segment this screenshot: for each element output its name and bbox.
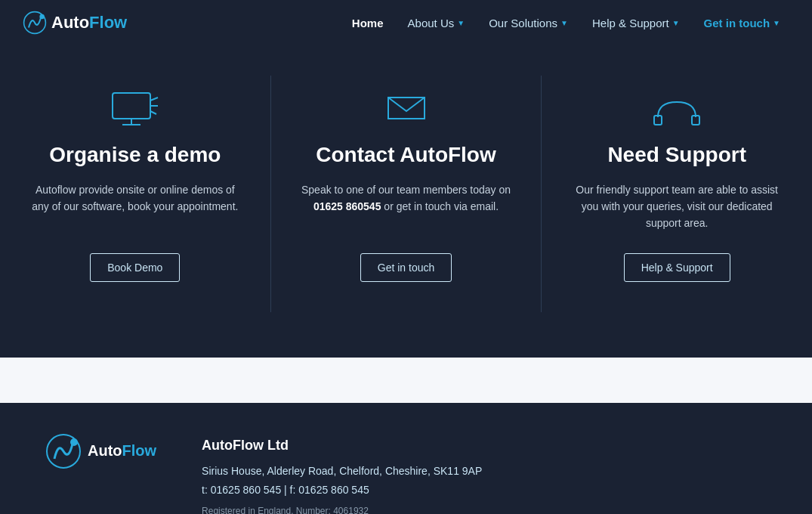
get-in-touch-button[interactable]: Get in touch [360,253,452,282]
cards-section: Organise a demo Autoflow provide onsite … [0,45,812,358]
nav-solutions[interactable]: Our Solutions ▼ [480,11,577,36]
middle-section [0,358,812,403]
contact-card: Contact AutoFlow Speak to one of our tea… [271,76,542,312]
book-demo-button[interactable]: Book Demo [90,253,180,282]
footer-info: AutoFlow Ltd Sirius House, Alderley Road… [202,433,482,514]
monitor-svg [109,91,162,128]
navigation: AutoFlow Home About Us ▼ Our Solutions ▼… [0,0,812,45]
contact-card-title: Contact AutoFlow [316,142,496,168]
svg-point-11 [70,438,78,446]
support-icon [650,91,703,128]
chevron-down-icon: ▼ [457,19,465,27]
footer-logo-flow: Flow [122,442,157,459]
logo-icon [23,11,47,35]
demo-card-title: Organise a demo [49,142,221,168]
chevron-down-icon: ▼ [560,19,568,27]
contact-svg [382,91,431,128]
demo-card-desc: Autoflow provide onsite or online demos … [30,181,240,232]
contact-card-desc: Speak to one of our team members today o… [301,181,511,232]
chevron-down-icon: ▼ [773,19,780,27]
nav-home[interactable]: Home [343,11,393,36]
logo-flow-text: Flow [89,13,127,32]
support-card-desc: Our friendly support team are able to as… [572,181,782,232]
footer-logo-icon [45,433,82,469]
footer-phone: t: 01625 860 545 | f: 01625 860 545 [202,481,482,500]
nav-contact[interactable]: Get in touch ▼ [695,11,789,36]
footer-logo-auto: Auto [88,442,122,459]
chevron-down-icon: ▼ [672,19,680,27]
footer-company-name: AutoFlow Ltd [202,433,482,457]
logo[interactable]: AutoFlow [23,11,127,35]
demo-card: Organise a demo Autoflow provide onsite … [0,76,271,312]
nav-links: Home About Us ▼ Our Solutions ▼ Help & S… [343,11,789,36]
svg-rect-2 [113,93,150,119]
svg-point-1 [39,14,44,19]
nav-help[interactable]: Help & Support ▼ [583,11,689,36]
monitor-demo-icon [109,91,162,128]
contact-icon [380,91,433,128]
support-svg [650,91,703,128]
footer-registration: Registered in England, Number: 4061932 [202,503,482,514]
help-support-button[interactable]: Help & Support [624,253,730,282]
nav-about[interactable]: About Us ▼ [399,11,474,36]
footer-logo: AutoFlow [45,433,156,469]
support-card-title: Need Support [607,142,746,168]
svg-line-7 [150,111,156,114]
logo-auto-text: Auto [51,13,89,32]
svg-line-5 [150,98,158,101]
support-card: Need Support Our friendly support team a… [542,76,812,312]
footer-address: Sirius House, Alderley Road, Chelford, C… [202,462,482,481]
footer: AutoFlow AutoFlow Ltd Sirius House, Alde… [0,403,812,514]
